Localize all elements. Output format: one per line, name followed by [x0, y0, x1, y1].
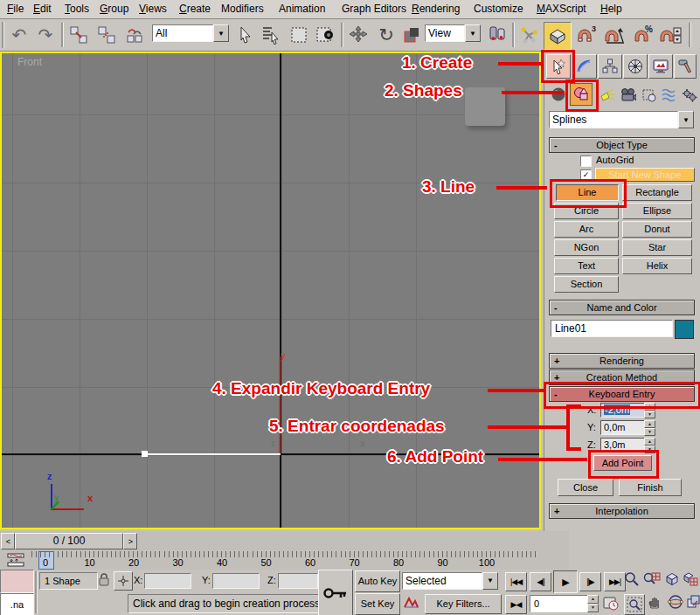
- shape-button-section[interactable]: Section: [554, 276, 619, 293]
- menu-animation[interactable]: Animation: [279, 3, 325, 15]
- menu-help[interactable]: Help: [600, 3, 622, 15]
- close-button[interactable]: Close: [558, 479, 613, 496]
- category-cameras-icon[interactable]: [619, 86, 638, 105]
- select-by-name-button[interactable]: [259, 23, 283, 47]
- time-slider-handle[interactable]: 0 / 100: [15, 533, 123, 549]
- category-systems-icon[interactable]: [680, 86, 699, 105]
- frame-spinner[interactable]: ▲▼: [587, 595, 599, 612]
- selection-filter-dropdown[interactable]: All ▼: [152, 24, 229, 42]
- chevron-down-icon[interactable]: ▼: [213, 24, 229, 42]
- next-frame-button[interactable]: ||▶: [579, 572, 601, 591]
- shape-button-rectangle[interactable]: Rectangle: [622, 184, 692, 201]
- menu-tools[interactable]: Tools: [65, 3, 89, 15]
- tab-display[interactable]: [648, 54, 673, 79]
- region-zoom-button[interactable]: [624, 594, 645, 615]
- snaps-toggle-button[interactable]: [544, 22, 572, 50]
- time-config-button[interactable]: [603, 595, 620, 612]
- shape-button-ngon[interactable]: NGon: [554, 239, 619, 256]
- autogrid-checkbox[interactable]: [580, 155, 592, 167]
- rollout-object-type[interactable]: - Object Type: [549, 137, 695, 153]
- percent-snap-button[interactable]: %: [631, 23, 655, 47]
- select-link-icon[interactable]: [66, 23, 91, 47]
- chevron-down-icon[interactable]: ▼: [482, 572, 498, 590]
- reference-coord-dropdown[interactable]: View ▼: [425, 24, 481, 42]
- shape-button-star[interactable]: Star: [622, 239, 692, 256]
- min-max-toggle-button[interactable]: [687, 594, 700, 613]
- menu-graph-editors[interactable]: Graph Editors: [342, 3, 406, 15]
- ke-y-field[interactable]: 0,0m: [600, 420, 646, 435]
- go-to-start-button[interactable]: |◀◀: [505, 572, 527, 591]
- coord-z-field[interactable]: [278, 573, 318, 589]
- shape-button-helix[interactable]: Helix: [622, 258, 692, 274]
- key-mode-toggle[interactable]: ▶◀: [505, 595, 527, 614]
- redo-button[interactable]: ↷: [33, 23, 58, 47]
- chevron-down-icon[interactable]: ▼: [465, 24, 481, 42]
- bind-spacewarp-icon[interactable]: [122, 23, 147, 47]
- viewport-label[interactable]: Front: [17, 56, 42, 68]
- menu-views[interactable]: Views: [139, 3, 167, 15]
- menu-edit[interactable]: Edit: [33, 3, 52, 15]
- tab-utilities[interactable]: [674, 54, 697, 79]
- menu-group[interactable]: Group: [100, 3, 128, 15]
- keyable-icon[interactable]: [403, 595, 420, 612]
- use-pivot-center-button[interactable]: [485, 23, 509, 47]
- unlink-icon[interactable]: [94, 23, 119, 47]
- select-object-button[interactable]: [234, 23, 257, 47]
- keyboard-override-button[interactable]: [318, 570, 353, 615]
- time-slider-next[interactable]: >: [123, 533, 137, 549]
- shape-button-ellipse[interactable]: Ellipse: [622, 203, 692, 219]
- lock-selection-icon[interactable]: [98, 572, 112, 588]
- coord-y-field[interactable]: [212, 573, 260, 589]
- category-lights-icon[interactable]: [598, 86, 617, 105]
- time-slider-prev[interactable]: <: [1, 533, 15, 549]
- zoom-extents-all-button[interactable]: [683, 571, 700, 591]
- shape-category-dropdown[interactable]: Splines ▼: [549, 111, 694, 128]
- rollout-name-and-color[interactable]: - Name and Color: [549, 300, 695, 315]
- coord-x-field[interactable]: [144, 573, 191, 589]
- set-key-button[interactable]: Set Key: [355, 593, 400, 615]
- spinner-snap-button[interactable]: [657, 23, 683, 47]
- auto-key-button[interactable]: Auto Key: [355, 570, 400, 592]
- absolute-mode-button[interactable]: [114, 571, 133, 591]
- window-crossing-button[interactable]: [313, 23, 337, 47]
- ke-y-spinner[interactable]: ▲▼: [644, 420, 655, 435]
- select-manipulate-button[interactable]: [516, 23, 541, 47]
- arc-rotate-button[interactable]: [668, 594, 685, 613]
- maxscript-listener-pink[interactable]: [0, 570, 34, 593]
- rollout-rendering[interactable]: + Rendering: [549, 353, 695, 369]
- chevron-down-icon[interactable]: ▼: [678, 111, 694, 128]
- undo-button[interactable]: ↶: [7, 23, 31, 47]
- select-scale-button[interactable]: [400, 23, 423, 47]
- tab-motion[interactable]: [623, 54, 648, 79]
- menu-create[interactable]: Create: [179, 3, 211, 15]
- finish-button[interactable]: Finish: [619, 479, 682, 496]
- object-name-field[interactable]: Line01: [551, 320, 673, 337]
- category-spacewarps-icon[interactable]: [660, 86, 679, 105]
- angle-snap-button[interactable]: [601, 23, 627, 47]
- tab-hierarchy[interactable]: [598, 54, 622, 79]
- pan-hand-button[interactable]: [647, 594, 666, 613]
- tab-modify[interactable]: [572, 54, 597, 79]
- zoom-extents-button[interactable]: [664, 571, 682, 591]
- zoom-button[interactable]: [624, 571, 641, 591]
- maxscript-listener-white[interactable]: .na: [0, 593, 34, 615]
- shape-button-arc[interactable]: Arc: [554, 221, 619, 238]
- current-frame-field[interactable]: 0: [530, 595, 589, 612]
- menu-file[interactable]: File: [7, 3, 24, 15]
- rectangular-region-button[interactable]: [287, 23, 311, 47]
- track-bar[interactable]: 0102030405060708090100: [0, 550, 569, 570]
- time-slider-track[interactable]: < 0 / 100 >: [0, 531, 569, 551]
- shape-button-text[interactable]: Text: [554, 258, 619, 274]
- play-button[interactable]: ▶: [553, 570, 578, 593]
- mini-curve-editor-button[interactable]: [4, 553, 27, 567]
- rollout-interpolation[interactable]: + Interpolation: [549, 503, 695, 519]
- previous-frame-button[interactable]: ◀||: [530, 572, 551, 591]
- menu-modifiers[interactable]: Modifiers: [221, 3, 264, 15]
- select-move-button[interactable]: [346, 23, 371, 47]
- select-rotate-button[interactable]: ↻: [374, 23, 399, 47]
- selected-filter-dropdown[interactable]: Selected ▼: [402, 571, 498, 590]
- object-color-swatch[interactable]: [675, 320, 694, 339]
- snap-3d-button[interactable]: 3: [573, 23, 598, 47]
- zoom-all-button[interactable]: [643, 571, 662, 591]
- shape-button-donut[interactable]: Donut: [622, 221, 692, 238]
